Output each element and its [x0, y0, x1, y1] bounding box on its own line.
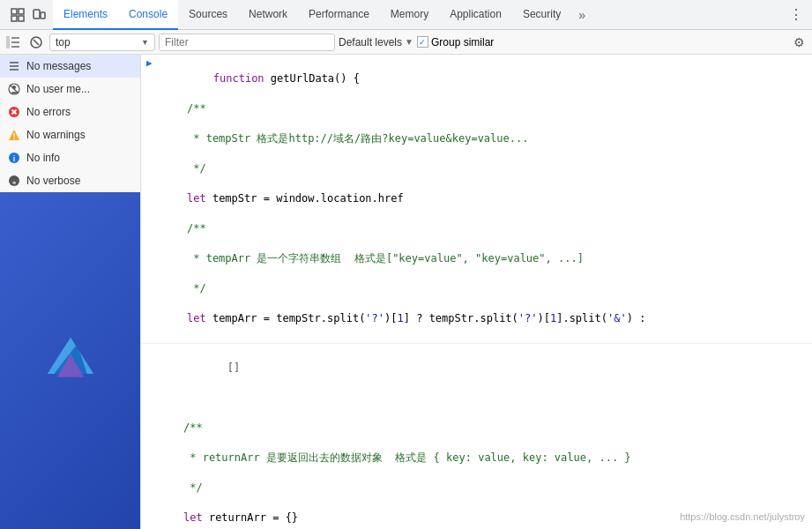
svg-rect-1	[19, 9, 24, 14]
brand-logo-icon	[44, 334, 97, 387]
svg-rect-5	[41, 12, 45, 19]
clear-console-icon[interactable]	[26, 33, 46, 52]
no-info-label: No info	[26, 152, 60, 164]
sidebar-item-no-errors[interactable]: No errors	[0, 101, 140, 123]
svg-point-17	[12, 86, 16, 89]
user-block-icon	[7, 82, 21, 96]
function-code-content: function getUrlData() { /** * tempStr 格式…	[159, 56, 812, 342]
sidebar-brand	[0, 192, 140, 529]
no-messages-label: No messages	[26, 60, 91, 72]
more-tabs-button[interactable]: »	[571, 8, 592, 22]
tab-performance[interactable]: Performance	[298, 0, 380, 30]
error-icon	[7, 105, 21, 119]
sidebar-item-no-info[interactable]: i No info	[0, 146, 140, 169]
tab-console[interactable]: Console	[118, 0, 178, 30]
inspect-element-icon[interactable]	[9, 6, 26, 24]
no-errors-label: No errors	[26, 106, 71, 118]
sidebar-toggle-icon[interactable]	[4, 33, 23, 52]
console-output-area[interactable]: ▶ function getUrlData() { /** * tempStr …	[141, 55, 812, 529]
sidebar-item-no-user-messages[interactable]: No user me...	[0, 78, 140, 101]
no-warnings-label: No warnings	[26, 129, 86, 141]
console-sidebar: No messages No user me... N	[0, 55, 141, 529]
bracket-content: [] /** * returnArr 是要返回出去的数据对象 格式是 { key…	[159, 345, 812, 529]
svg-rect-3	[19, 16, 24, 21]
tab-application[interactable]: Application	[439, 0, 512, 30]
svg-rect-0	[11, 9, 17, 14]
info-icon: i	[7, 151, 21, 165]
svg-rect-4	[34, 10, 40, 19]
console-entry-bracket: [] /** * returnArr 是要返回出去的数据对象 格式是 { key…	[141, 344, 812, 529]
tab-memory[interactable]: Memory	[380, 0, 439, 30]
expand-arrow-function[interactable]: ▶	[141, 56, 159, 69]
sidebar-item-no-warnings[interactable]: No warnings	[0, 123, 140, 146]
devtools-menu-button[interactable]: ⋮	[784, 3, 808, 27]
tab-elements[interactable]: Elements	[53, 0, 118, 30]
tab-network[interactable]: Network	[238, 0, 298, 30]
no-user-messages-label: No user me...	[26, 83, 90, 95]
tab-sources[interactable]: Sources	[178, 0, 238, 30]
tab-icon-group	[4, 6, 53, 24]
svg-text:i: i	[13, 154, 16, 163]
filter-input[interactable]	[159, 34, 335, 51]
context-chevron-icon: ▼	[141, 38, 149, 47]
sidebar-item-no-verbose[interactable]: ❋ No verbose	[0, 169, 140, 192]
console-entry-function: ▶ function getUrlData() { /** * tempStr …	[141, 55, 812, 344]
log-levels-chevron-icon: ▼	[405, 37, 413, 47]
no-verbose-label: No verbose	[26, 175, 80, 187]
devtools-tab-bar: Elements Console Sources Network Perform…	[0, 0, 812, 30]
log-levels-selector[interactable]: Default levels ▼	[339, 36, 413, 48]
svg-rect-6	[6, 36, 10, 48]
list-icon	[7, 59, 21, 73]
warning-icon	[7, 128, 21, 142]
group-similar-checkbox[interactable]: ✓	[417, 36, 428, 48]
svg-rect-2	[11, 16, 17, 21]
svg-point-23	[13, 138, 15, 139]
console-toolbar: top ▼ Default levels ▼ ✓ Group similar ⚙	[0, 30, 812, 55]
context-selector[interactable]: top ▼	[49, 34, 155, 51]
main-area: No messages No user me... N	[0, 55, 812, 529]
sidebar-item-no-messages[interactable]: No messages	[0, 55, 140, 78]
group-similar-option[interactable]: ✓ Group similar	[417, 36, 494, 48]
bracket-arrow	[141, 345, 159, 346]
console-settings-icon[interactable]: ⚙	[789, 33, 808, 52]
device-toolbar-icon[interactable]	[30, 6, 48, 24]
tab-security[interactable]: Security	[512, 0, 571, 30]
verbose-icon: ❋	[7, 174, 21, 188]
svg-line-11	[34, 40, 39, 45]
